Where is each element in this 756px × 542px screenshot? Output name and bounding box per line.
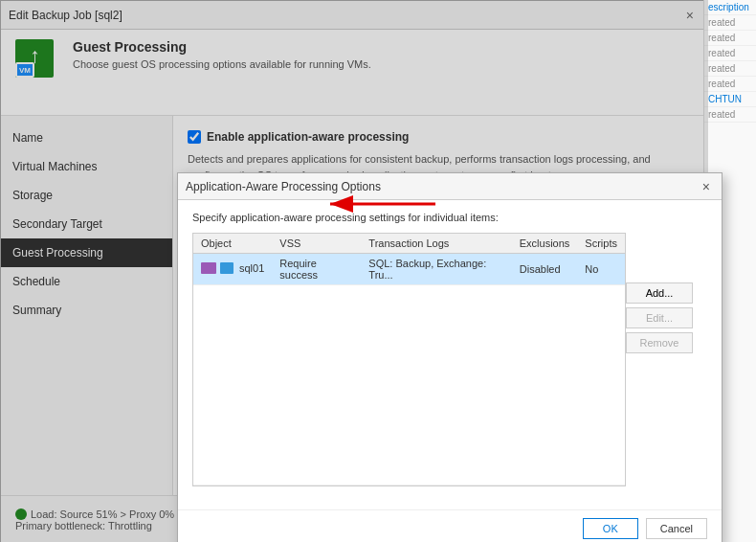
col-transaction-logs: Transaction Logs (361, 234, 511, 254)
dialog-close-button[interactable]: × (699, 179, 714, 194)
cell-transaction-logs: SQL: Backup, Exchange: Tru... (361, 254, 511, 285)
log-entry-4: reated (704, 61, 756, 77)
dialog-body: Specify application-aware processing set… (178, 200, 722, 509)
object-cell-icon: sql01 (201, 262, 264, 274)
purple-box-icon (201, 262, 216, 274)
dialog-inner: Object VSS Transaction Logs Exclusions S… (192, 233, 707, 486)
log-entry-6: CHTUN (704, 92, 756, 107)
cell-vss: Require success (272, 254, 361, 285)
dialog-description: Specify application-aware processing set… (192, 212, 707, 223)
cell-exclusions: Disabled (512, 254, 578, 285)
col-scripts: Scripts (577, 234, 625, 254)
monitor-icon (220, 262, 233, 274)
data-table: Object VSS Transaction Logs Exclusions S… (193, 234, 625, 486)
ok-button[interactable]: OK (583, 518, 638, 539)
remove-button[interactable]: Remove (626, 332, 693, 353)
table-row[interactable]: sql01 Require success SQL: Backup, Excha… (193, 254, 625, 285)
cancel-button[interactable]: Cancel (646, 518, 707, 539)
cell-object: sql01 (193, 254, 272, 285)
dialog-side-buttons: Add... Edit... Remove (626, 282, 693, 353)
log-entry-1: reated (704, 15, 756, 31)
dialog-title-bar: Application-Aware Processing Options × (178, 173, 722, 200)
log-entry-7: reated (704, 107, 756, 123)
dialog-footer: OK Cancel (178, 509, 722, 542)
dialog: Application-Aware Processing Options × S… (177, 172, 723, 542)
edit-button[interactable]: Edit... (626, 307, 693, 328)
dialog-table-area: Object VSS Transaction Logs Exclusions S… (192, 233, 626, 486)
col-vss: VSS (272, 234, 361, 254)
col-object: Object (193, 234, 272, 254)
log-entry-0: escription (704, 0, 756, 15)
add-button[interactable]: Add... (626, 282, 693, 304)
object-name: sql01 (239, 262, 264, 274)
log-entry-2: reated (704, 31, 756, 46)
log-entry-3: reated (704, 46, 756, 61)
table-container: Object VSS Transaction Logs Exclusions S… (192, 233, 626, 486)
col-exclusions: Exclusions (512, 234, 578, 254)
log-entry-5: reated (704, 77, 756, 92)
dialog-title: Application-Aware Processing Options (186, 180, 381, 193)
cell-scripts: No (577, 254, 625, 285)
